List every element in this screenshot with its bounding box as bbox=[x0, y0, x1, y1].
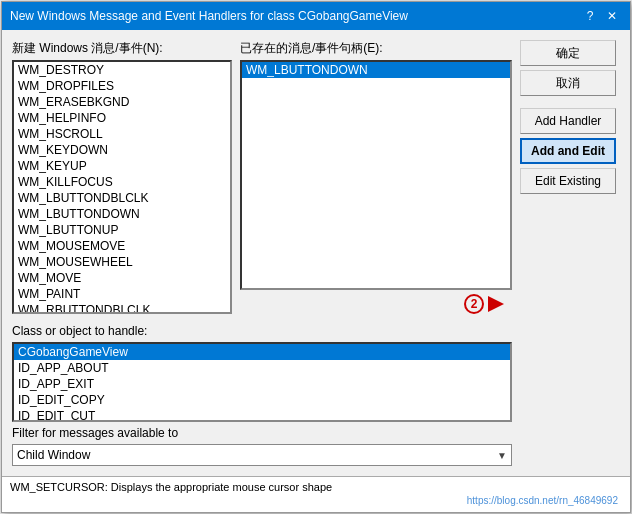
message-list-item[interactable]: WM_KEYUP bbox=[14, 158, 230, 174]
title-bar: New Windows Message and Event Handlers f… bbox=[2, 2, 630, 30]
message-list-item[interactable]: WM_LBUTTONUP bbox=[14, 222, 230, 238]
ok-button[interactable]: 确定 bbox=[520, 40, 616, 66]
message-list-item[interactable]: WM_MOVE bbox=[14, 270, 230, 286]
class-label: Class or object to handle: bbox=[12, 324, 512, 338]
message-list-item[interactable]: WM_KEYDOWN bbox=[14, 142, 230, 158]
existing-handler-item[interactable]: WM_LBUTTONDOWN bbox=[242, 62, 510, 78]
middle-panel: 已存在的消息/事件句柄(E): WM_LBUTTONDOWN 2 bbox=[240, 40, 512, 314]
existing-handlers-label: 已存在的消息/事件句柄(E): bbox=[240, 40, 512, 57]
right-buttons-panel: 确定 取消 Add Handler Add and Edit Edit Exis… bbox=[520, 40, 620, 314]
existing-handlers-listbox[interactable]: WM_LBUTTONDOWN bbox=[240, 60, 512, 290]
message-list-item[interactable]: WM_DROPFILES bbox=[14, 78, 230, 94]
right-spacer bbox=[520, 324, 620, 466]
class-list-item[interactable]: CGobangGameView bbox=[14, 344, 510, 360]
message-list-item[interactable]: WM_PAINT bbox=[14, 286, 230, 302]
class-list-item[interactable]: ID_APP_EXIT bbox=[14, 376, 510, 392]
class-listbox[interactable]: CGobangGameViewID_APP_ABOUTID_APP_EXITID… bbox=[12, 342, 512, 422]
bottom-section: Class or object to handle: CGobangGameVi… bbox=[12, 324, 620, 466]
status-bar: WM_SETCURSOR: Displays the appropriate m… bbox=[2, 476, 630, 512]
message-list-item[interactable]: WM_HELPINFO bbox=[14, 110, 230, 126]
main-dialog: New Windows Message and Event Handlers f… bbox=[1, 1, 631, 513]
edit-existing-button[interactable]: Edit Existing bbox=[520, 168, 616, 194]
filter-dropdown[interactable]: Child Window ▼ bbox=[12, 444, 512, 466]
filter-label: Filter for messages available to bbox=[12, 426, 512, 440]
class-list-item[interactable]: ID_APP_ABOUT bbox=[14, 360, 510, 376]
class-list-item[interactable]: ID_EDIT_COPY bbox=[14, 392, 510, 408]
message-list-item[interactable]: WM_HSCROLL bbox=[14, 126, 230, 142]
title-bar-controls: ? ✕ bbox=[580, 7, 622, 25]
dropdown-arrow-icon: ▼ bbox=[497, 450, 507, 461]
cancel-button[interactable]: 取消 bbox=[520, 70, 616, 96]
class-list-item[interactable]: ID_EDIT_CUT bbox=[14, 408, 510, 422]
help-button[interactable]: ? bbox=[580, 7, 600, 25]
message-list-item[interactable]: WM_KILLFOCUS bbox=[14, 174, 230, 190]
left-panel: 新建 Windows 消息/事件(N): WM_DESTROYWM_DROPFI… bbox=[12, 40, 232, 314]
message-list-item[interactable]: WM_LBUTTONDBLCLK bbox=[14, 190, 230, 206]
status-text: WM_SETCURSOR: Displays the appropriate m… bbox=[10, 481, 332, 493]
message-list-item[interactable]: WM_MOUSEMOVE bbox=[14, 238, 230, 254]
message-list-item[interactable]: WM_MOUSEWHEEL bbox=[14, 254, 230, 270]
annotation-2: 2 bbox=[464, 294, 484, 314]
arrow2-container: 2 bbox=[240, 294, 512, 314]
filter-selected-value: Child Window bbox=[17, 448, 90, 462]
message-list-item[interactable]: WM_ERASEBKGND bbox=[14, 94, 230, 110]
close-button[interactable]: ✕ bbox=[602, 7, 622, 25]
dialog-title: New Windows Message and Event Handlers f… bbox=[10, 9, 408, 23]
message-list-item[interactable]: WM_DESTROY bbox=[14, 62, 230, 78]
add-and-edit-button[interactable]: Add and Edit bbox=[520, 138, 616, 164]
left-panel-label: 新建 Windows 消息/事件(N): bbox=[12, 40, 232, 57]
arrow2-icon bbox=[488, 296, 504, 312]
add-handler-button[interactable]: Add Handler bbox=[520, 108, 616, 134]
message-list-item[interactable]: WM_RBUTTONDBLCLK bbox=[14, 302, 230, 314]
message-list-item[interactable]: WM_LBUTTONDOWN bbox=[14, 206, 230, 222]
dialog-body: 新建 Windows 消息/事件(N): WM_DESTROYWM_DROPFI… bbox=[2, 30, 630, 476]
top-section: 新建 Windows 消息/事件(N): WM_DESTROYWM_DROPFI… bbox=[12, 40, 620, 314]
class-section: Class or object to handle: CGobangGameVi… bbox=[12, 324, 512, 466]
watermark: https://blog.csdn.net/rn_46849692 bbox=[10, 493, 622, 508]
message-listbox[interactable]: WM_DESTROYWM_DROPFILESWM_ERASEBKGNDWM_HE… bbox=[12, 60, 232, 314]
